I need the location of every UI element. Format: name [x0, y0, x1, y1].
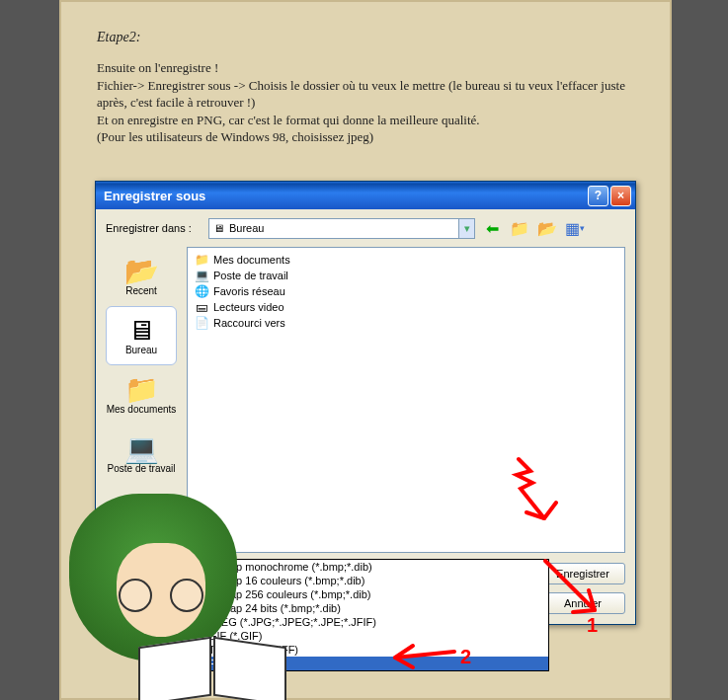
computer-icon: 💻 — [124, 435, 159, 463]
desktop-icon: 🖥 — [127, 317, 155, 345]
chevron-down-icon[interactable]: ▾ — [458, 219, 474, 238]
place-recent[interactable]: 📂 Recent — [106, 247, 177, 306]
list-item[interactable]: 🌐Favoris réseau — [194, 283, 618, 299]
close-button[interactable]: × — [610, 186, 631, 206]
step-text: Ensuite on l'enregistre ! Fichier-> Enre… — [97, 59, 634, 146]
documents-icon: 📁 — [124, 376, 159, 404]
toolbar: Enregistrer dans : 🖥 Bureau ▾ ⬅ 📁 📂 ▦▾ — [96, 209, 635, 247]
save-button[interactable]: Enregistrer — [540, 563, 625, 584]
up-icon[interactable]: 📁 — [509, 217, 530, 239]
step-title: Etape2: — [97, 30, 634, 45]
list-item[interactable]: 📁Mes documents — [194, 252, 618, 268]
views-icon[interactable]: ▦▾ — [564, 217, 586, 239]
network-icon: 🌐 — [194, 284, 209, 298]
place-bureau[interactable]: 🖥 Bureau — [106, 306, 177, 365]
computer-icon: 💻 — [194, 269, 209, 282]
back-icon[interactable]: ⬅ — [481, 217, 503, 239]
save-in-value: Bureau — [227, 222, 458, 234]
shortcut-icon: 📄 — [194, 316, 209, 330]
list-item[interactable]: 🖴Lecteurs video — [194, 299, 618, 315]
save-in-label: Enregistrer dans : — [106, 222, 202, 234]
place-documents[interactable]: 📁 Mes documents — [106, 365, 177, 425]
place-computer[interactable]: 💻 Poste de travail — [106, 425, 177, 484]
desktop-icon: 🖥 — [209, 222, 227, 234]
folder-icon: 📁 — [194, 253, 209, 267]
dialog-title: Enregistrer sous — [100, 189, 586, 203]
help-button[interactable]: ? — [588, 186, 608, 206]
drive-icon: 🖴 — [194, 300, 209, 314]
list-item[interactable]: 💻Poste de travail — [194, 268, 618, 283]
list-item[interactable]: 📄Raccourci vers — [194, 315, 618, 331]
cancel-button[interactable]: Annuler — [540, 592, 625, 614]
new-folder-icon[interactable]: 📂 — [536, 217, 558, 239]
titlebar[interactable]: Enregistrer sous ? × — [96, 182, 635, 209]
folder-icon: 📂 — [124, 258, 159, 285]
tutorial-character — [59, 494, 267, 691]
save-in-combo[interactable]: 🖥 Bureau ▾ — [208, 218, 475, 239]
